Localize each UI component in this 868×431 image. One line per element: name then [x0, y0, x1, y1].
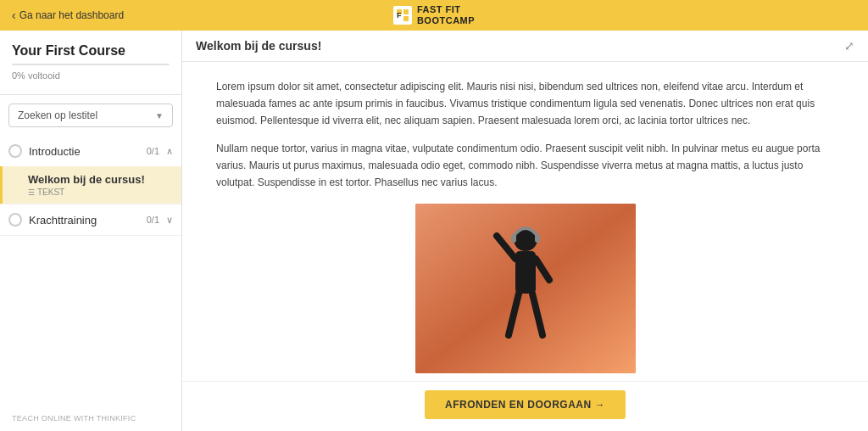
section-introductie-header[interactable]: Introductie 0/1 ∧ [0, 136, 181, 166]
back-link[interactable]: ‹ Ga naar het dashboard [12, 8, 124, 22]
section-krachttraining-chevron-icon: ∨ [166, 215, 173, 226]
text-icon: ☰ [28, 188, 35, 197]
content-area: Welkom bij de cursus! ⤢ Lorem ipsum dolo… [182, 31, 868, 431]
section-krachttraining-circle-icon [8, 213, 22, 227]
logo-text: FAST FIT BOOTCAMP [417, 4, 475, 26]
section-krachttraining-title: Krachttraining [29, 214, 140, 227]
section-krachttraining-header[interactable]: Krachttraining 0/1 ∨ [0, 204, 181, 235]
lesson-welkom-title: Welkom bij de cursus! [28, 173, 173, 186]
section-circle-icon [8, 144, 22, 158]
sidebar-course-title: Your First Course [12, 42, 170, 59]
svg-rect-2 [403, 16, 409, 21]
svg-rect-11 [511, 234, 516, 243]
lesson-welkom-type: ☰ TEKST [28, 188, 173, 197]
dropdown-arrow-icon: ▼ [155, 111, 164, 120]
expand-icon[interactable]: ⤢ [844, 39, 854, 53]
svg-rect-12 [535, 234, 540, 243]
section-krachttraining: Krachttraining 0/1 ∨ [0, 204, 181, 236]
top-navigation: ‹ Ga naar het dashboard F FAST FIT BOOTC… [0, 0, 868, 31]
back-label: Ga naar het dashboard [19, 9, 124, 21]
section-introductie-chevron-icon: ∧ [166, 146, 173, 157]
sidebar-header: Your First Course 0% voltooid [0, 31, 181, 95]
lesson-search-dropdown[interactable]: Zoeken op lestitel ▼ [8, 104, 173, 127]
progress-label: 0% voltooid [12, 70, 170, 81]
sidebar: Your First Course 0% voltooid Zoeken op … [0, 31, 182, 431]
content-footer: AFRONDEN EN DOORGAAN → [182, 381, 868, 431]
svg-text:F: F [397, 11, 402, 20]
content-paragraph-2: Nullam neque tortor, varius in magna vit… [216, 141, 834, 191]
content-header: Welkom bij de cursus! ⤢ [182, 31, 868, 62]
svg-rect-1 [403, 9, 409, 14]
section-introductie-title: Introductie [29, 145, 140, 158]
content-lesson-title: Welkom bij de cursus! [196, 39, 321, 53]
back-chevron-icon: ‹ [12, 8, 16, 22]
main-layout: Your First Course 0% voltooid Zoeken op … [0, 31, 868, 431]
course-image [415, 204, 636, 373]
section-krachttraining-count: 0/1 [147, 215, 159, 225]
section-introductie: Introductie 0/1 ∧ Welkom bij de cursus! … [0, 136, 181, 204]
cta-button[interactable]: AFRONDEN EN DOORGAAN → [425, 390, 626, 419]
logo: F FAST FIT BOOTCAMP [393, 4, 475, 26]
logo-icon: F [393, 6, 412, 25]
progress-bar-background [12, 64, 170, 65]
search-dropdown-label: Zoeken op lestitel [18, 109, 97, 121]
section-introductie-count: 0/1 [147, 146, 159, 156]
sidebar-footer-branding: TEACH ONLINE WITH THINKIFIC [0, 406, 181, 431]
content-body: Lorem ipsum dolor sit amet, consectetur … [182, 62, 868, 381]
lesson-welkom[interactable]: Welkom bij de cursus! ☰ TEKST [0, 166, 181, 204]
content-paragraph-1: Lorem ipsum dolor sit amet, consectetur … [216, 79, 834, 129]
